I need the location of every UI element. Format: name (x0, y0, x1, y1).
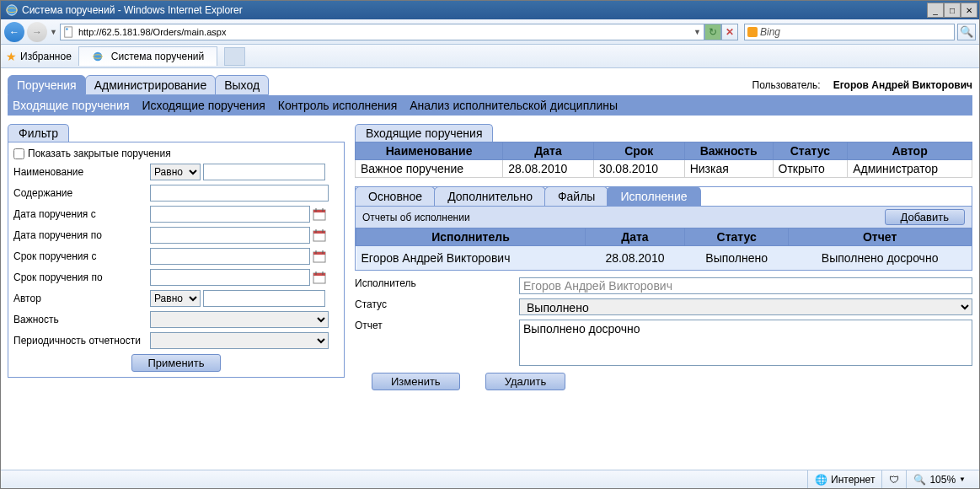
bing-icon (747, 27, 758, 37)
minimize-button[interactable]: _ (927, 3, 944, 18)
main-tab-admin[interactable]: Администрирование (85, 75, 217, 95)
form-report-textarea[interactable]: Выполнено досрочно (519, 320, 972, 366)
main-tab-exit[interactable]: Выход (215, 75, 269, 95)
col-importance[interactable]: Важность (684, 142, 773, 160)
svg-rect-7 (313, 210, 325, 212)
filter-date-to-input[interactable] (150, 227, 310, 244)
filter-author-op[interactable]: Равно (150, 290, 201, 307)
filter-content-label: Содержание (13, 187, 150, 199)
show-closed-label: Показать закрытые поручения (28, 148, 171, 159)
search-bar[interactable]: Bing (744, 24, 955, 40)
edit-button[interactable]: Изменить (372, 373, 460, 390)
filter-author-label: Автор (13, 293, 150, 304)
filter-periodicity-select[interactable] (150, 332, 329, 349)
filter-tab: Фильтр (8, 124, 69, 142)
main-tab-orders[interactable]: Поручения (8, 75, 86, 95)
new-tab-button[interactable] (224, 47, 245, 66)
filter-name-op[interactable]: Равно (150, 164, 201, 180)
stop-button[interactable]: ✕ (721, 24, 738, 40)
status-zoom[interactable]: 🔍105% ▼ (906, 470, 972, 488)
url-input[interactable] (78, 27, 693, 37)
incoming-tab: Входящие поручения (355, 124, 493, 142)
table-row[interactable]: Важное поручение 28.08.2010 30.08.2010 Н… (356, 160, 972, 178)
sub-tab-outgoing[interactable]: Исходящие поручения (142, 99, 265, 112)
filter-importance-label: Важность (13, 314, 150, 325)
detail-tab-extra[interactable]: Дополнительно (434, 186, 546, 206)
filter-periodicity-label: Периодичность отчетности (13, 335, 150, 347)
form-executor-label: Исполнитель (355, 277, 519, 289)
filter-due-to-input[interactable] (150, 269, 310, 286)
rcol-status[interactable]: Статус (685, 228, 789, 246)
rcol-executor[interactable]: Исполнитель (356, 228, 586, 246)
forward-button[interactable]: → (27, 22, 47, 42)
close-window-button[interactable]: ✕ (961, 3, 977, 18)
svg-point-0 (7, 5, 17, 15)
filter-due-from-label: Срок поручения с (13, 250, 150, 262)
filter-due-from-input[interactable] (150, 248, 310, 265)
search-button[interactable]: 🔍 (957, 24, 976, 40)
shield-icon: 🛡 (889, 474, 899, 486)
filter-importance-select[interactable] (150, 311, 329, 328)
svg-point-4 (94, 52, 103, 62)
calendar-icon[interactable] (313, 250, 326, 263)
sub-tab-analysis[interactable]: Анализ исполнительской дисциплины (410, 99, 618, 112)
calendar-icon[interactable] (313, 228, 326, 242)
filter-author-input[interactable] (203, 290, 325, 307)
refresh-button[interactable]: ↻ (704, 24, 721, 40)
rcol-date[interactable]: Дата (585, 228, 684, 246)
title-bar: Система поручений - Windows Internet Exp… (1, 1, 979, 19)
user-name: Егоров Андрей Викторович (833, 79, 972, 91)
table-row[interactable]: Егоров Андрей Викторович 28.08.2010 Выпо… (356, 246, 972, 271)
filter-due-to-label: Срок поручения по (13, 271, 150, 283)
filter-date-to-label: Дата поручения по (13, 229, 150, 241)
filter-name-input[interactable] (203, 164, 325, 180)
favorites-bar: ★Избранное Система поручений (1, 45, 979, 68)
search-input[interactable] (780, 26, 951, 38)
show-closed-checkbox[interactable] (13, 148, 24, 159)
detail-tab-files[interactable]: Файлы (544, 186, 608, 206)
filter-date-from-input[interactable] (150, 206, 310, 223)
sub-tab-control[interactable]: Контроль исполнения (278, 99, 397, 112)
maximize-button[interactable]: □ (944, 3, 961, 18)
svg-rect-2 (65, 26, 72, 36)
rcol-report[interactable]: Отчет (789, 228, 972, 246)
form-status-label: Статус (355, 298, 519, 310)
status-bar: 🌐Интернет 🛡 🔍105% ▼ (1, 470, 979, 488)
delete-button[interactable]: Удалить (485, 373, 566, 390)
detail-tab-exec[interactable]: Исполнение (607, 186, 700, 206)
filter-content-input[interactable] (150, 185, 329, 202)
col-author[interactable]: Автор (848, 142, 972, 160)
status-zone[interactable]: 🌐Интернет (807, 470, 881, 488)
reports-title: Отчеты об исполнении (362, 212, 470, 223)
form-status-select[interactable]: Выполнено (519, 298, 972, 315)
status-protected-mode[interactable]: 🛡 (881, 470, 906, 488)
search-provider: Bing (747, 26, 780, 38)
favorites-button[interactable]: ★Избранное (6, 50, 72, 63)
detail-tab-main[interactable]: Основное (355, 186, 436, 206)
calendar-icon[interactable] (313, 271, 326, 284)
col-date[interactable]: Дата (503, 142, 594, 160)
form-executor-input[interactable] (519, 277, 972, 294)
svg-rect-15 (313, 252, 325, 255)
col-due[interactable]: Срок (593, 142, 684, 160)
browser-tab[interactable]: Система поручений (78, 46, 217, 66)
history-dropdown-icon[interactable]: ▼ (50, 28, 57, 36)
add-report-button[interactable]: Добавить (885, 209, 965, 225)
address-bar[interactable]: ▼ (60, 24, 704, 40)
filter-name-label: Наименование (13, 166, 150, 178)
page-icon (63, 26, 75, 38)
window-title: Система поручений - Windows Internet Exp… (22, 4, 243, 16)
col-name[interactable]: Наименование (356, 142, 503, 160)
svg-rect-19 (313, 273, 325, 276)
url-dropdown-icon[interactable]: ▼ (693, 28, 701, 36)
globe-icon: 🌐 (815, 474, 827, 486)
zoom-icon: 🔍 (913, 474, 926, 486)
svg-point-3 (66, 28, 68, 30)
col-status[interactable]: Статус (773, 142, 848, 160)
ie-logo-icon (6, 4, 18, 16)
calendar-icon[interactable] (313, 207, 326, 221)
reports-table: Исполнитель Дата Статус Отчет Егоров Анд… (356, 228, 972, 270)
apply-filter-button[interactable]: Применить (131, 354, 220, 372)
back-button[interactable]: ← (4, 22, 24, 42)
sub-tab-incoming[interactable]: Входящие поручения (13, 99, 129, 112)
